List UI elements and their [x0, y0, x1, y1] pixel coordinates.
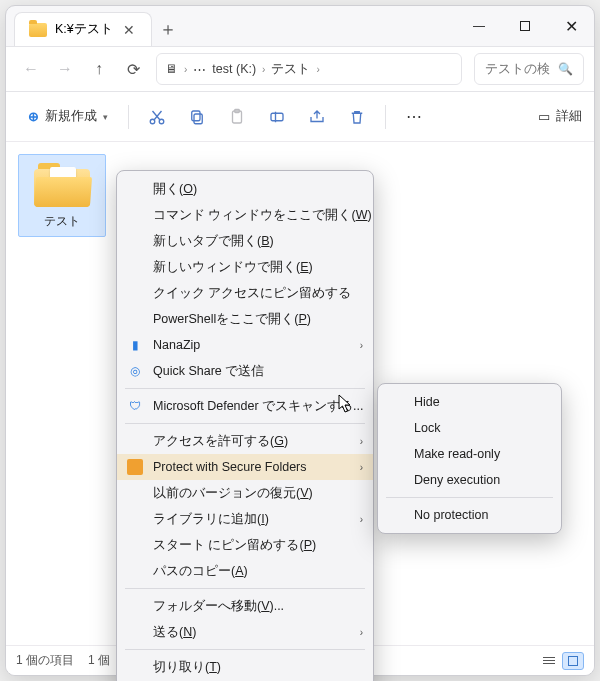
status-selected: 1 個: [88, 652, 110, 669]
new-label: 新規作成: [45, 108, 97, 125]
chevron-right-icon: ›: [262, 64, 265, 75]
breadcrumb[interactable]: 🖥 › ⋯ test (K:) › テスト ›: [156, 53, 462, 85]
menu-prev-versions[interactable]: 以前のバージョンの復元(V): [117, 480, 373, 506]
chevron-right-icon: ›: [360, 627, 363, 638]
submenu-lock[interactable]: Lock: [378, 415, 561, 441]
divider: [385, 105, 386, 129]
menu-nanazip[interactable]: ▮NanaZip›: [117, 332, 373, 358]
separator: [125, 649, 365, 650]
tab-current[interactable]: K:¥テスト ✕: [14, 12, 152, 46]
menu-protect-secure[interactable]: Protect with Secure Folders›: [117, 454, 373, 480]
folder-icon: [29, 23, 47, 37]
context-menu[interactable]: 開く(O) コマンド ウィンドウをここで開く(W) 新しいタブで開く(B) 新し…: [116, 170, 374, 681]
up-button[interactable]: ↑: [84, 54, 114, 84]
details-button[interactable]: ▭ 詳細: [538, 108, 582, 125]
nav-bar: ← → ↑ ⟳ 🖥 › ⋯ test (K:) › テスト › テストの検 🔍: [6, 46, 594, 92]
menu-cut[interactable]: 切り取り(T): [117, 654, 373, 680]
command-bar: ⊕ 新規作成 ▾ ⋯ ▭ 詳細: [6, 92, 594, 142]
breadcrumb-root[interactable]: test (K:): [212, 62, 256, 76]
chevron-right-icon: ›: [360, 462, 363, 473]
context-submenu-protect[interactable]: Hide Lock Make read-only Deny execution …: [377, 383, 562, 534]
svg-rect-2: [194, 114, 202, 124]
submenu-noprotect[interactable]: No protection: [378, 502, 561, 528]
search-icon: 🔍: [558, 62, 573, 76]
item-title: テスト: [44, 213, 80, 230]
secure-folders-icon: [127, 459, 143, 475]
new-button[interactable]: ⊕ 新規作成 ▾: [18, 103, 118, 130]
separator: [125, 388, 365, 389]
menu-pin-start[interactable]: スタート にピン留めする(P): [117, 532, 373, 558]
folder-icon: [34, 163, 90, 207]
menu-defender[interactable]: 🛡Microsoft Defender でスキャンする...: [117, 393, 373, 419]
menu-quickshare[interactable]: ◎Quick Share で送信: [117, 358, 373, 384]
view-details-button[interactable]: [538, 652, 560, 670]
search-placeholder: テストの検: [485, 61, 550, 78]
submenu-deny[interactable]: Deny execution: [378, 467, 561, 493]
submenu-hide[interactable]: Hide: [378, 389, 561, 415]
nanazip-icon: ▮: [127, 337, 143, 353]
menu-move-to-folder[interactable]: フォルダーへ移動(V)...: [117, 593, 373, 619]
paste-button[interactable]: [219, 100, 255, 134]
more-button[interactable]: ⋯: [396, 100, 432, 134]
copy-button[interactable]: [179, 100, 215, 134]
menu-new-window[interactable]: 新しいウィンドウで開く(E): [117, 254, 373, 280]
breadcrumb-folder[interactable]: テスト: [271, 61, 310, 78]
window-controls: ― ✕: [456, 6, 594, 46]
folder-item[interactable]: テスト: [18, 154, 106, 237]
tab-title: K:¥テスト: [55, 21, 113, 38]
plus-icon: ⊕: [28, 109, 39, 124]
svg-rect-3: [192, 111, 200, 121]
menu-copy-path[interactable]: パスのコピー(A): [117, 558, 373, 584]
refresh-button[interactable]: ⟳: [118, 54, 148, 84]
back-button[interactable]: ←: [16, 54, 46, 84]
close-button[interactable]: ✕: [548, 6, 594, 46]
status-count: 1 個の項目: [16, 652, 74, 669]
cut-button[interactable]: [139, 100, 175, 134]
menu-powershell[interactable]: PowerShellをここで開く(P): [117, 306, 373, 332]
menu-open[interactable]: 開く(O): [117, 176, 373, 202]
submenu-readonly[interactable]: Make read-only: [378, 441, 561, 467]
rename-button[interactable]: [259, 100, 295, 134]
menu-new-tab[interactable]: 新しいタブで開く(B): [117, 228, 373, 254]
search-input[interactable]: テストの検 🔍: [474, 53, 584, 85]
details-icon: ▭: [538, 109, 550, 124]
chevron-down-icon: ▾: [103, 112, 108, 122]
monitor-icon: 🖥: [165, 62, 178, 76]
menu-send-to[interactable]: 送る(N)›: [117, 619, 373, 645]
quickshare-icon: ◎: [127, 363, 143, 379]
titlebar: K:¥テスト ✕ ＋ ― ✕: [6, 6, 594, 46]
maximize-button[interactable]: [502, 6, 548, 46]
minimize-button[interactable]: ―: [456, 6, 502, 46]
details-label: 詳細: [556, 108, 582, 125]
tab-close-icon[interactable]: ✕: [121, 22, 137, 38]
chevron-right-icon: ›: [316, 64, 319, 75]
menu-pin-quick[interactable]: クイック アクセスにピン留めする: [117, 280, 373, 306]
divider: [128, 105, 129, 129]
share-button[interactable]: [299, 100, 335, 134]
delete-button[interactable]: [339, 100, 375, 134]
separator: [386, 497, 553, 498]
shield-icon: 🛡: [127, 398, 143, 414]
chevron-right-icon: ›: [360, 340, 363, 351]
menu-cmd-here[interactable]: コマンド ウィンドウをここで開く(W): [117, 202, 373, 228]
view-icons-button[interactable]: [562, 652, 584, 670]
breadcrumb-ellipsis[interactable]: ⋯: [193, 62, 206, 77]
svg-rect-6: [271, 113, 283, 121]
separator: [125, 588, 365, 589]
chevron-right-icon: ›: [184, 64, 187, 75]
forward-button[interactable]: →: [50, 54, 80, 84]
separator: [125, 423, 365, 424]
new-tab-button[interactable]: ＋: [152, 12, 184, 46]
menu-add-library[interactable]: ライブラリに追加(I)›: [117, 506, 373, 532]
chevron-right-icon: ›: [360, 514, 363, 525]
chevron-right-icon: ›: [360, 436, 363, 447]
menu-grant-access[interactable]: アクセスを許可する(G)›: [117, 428, 373, 454]
